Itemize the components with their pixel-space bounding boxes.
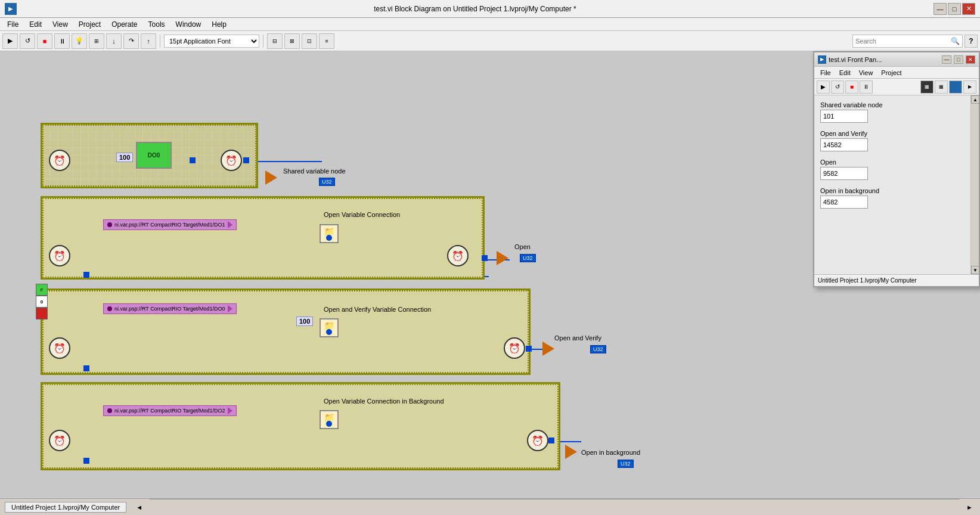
green-indicator[interactable]: F — [36, 284, 48, 296]
fp-run-button[interactable]: ▶ — [817, 80, 830, 94]
align-button[interactable]: ⊟ — [267, 33, 283, 49]
timer-2: ⏰ — [49, 245, 70, 266]
var-node-do2[interactable]: ni.var.psp://RT CompactRIO Target/Mod1/D… — [103, 405, 237, 416]
fp-shared-variable-value: 101 — [820, 110, 868, 123]
fp-shared-variable-row: Shared variable node 101 — [820, 101, 967, 123]
wire-node-2 — [243, 157, 249, 163]
resize-button[interactable]: ⊡ — [302, 33, 317, 49]
fp-pause-button[interactable]: ⏸ — [860, 80, 873, 94]
fp-menu-project[interactable]: Project — [877, 69, 905, 77]
menu-tools[interactable]: Tools — [144, 19, 170, 30]
wire-node-1 — [190, 157, 196, 163]
label-open-and-verify: Open and Verify Variable Connection — [324, 306, 431, 313]
fp-open-background-row: Open in background 4582 — [820, 187, 967, 209]
conn-icon-3[interactable]: 📁 — [320, 410, 339, 429]
conn-icon-1[interactable]: 📁 — [320, 224, 339, 243]
constant-100-1[interactable]: 100 — [116, 153, 133, 162]
fp-toolbar: ▶ ↺ ■ ⏸ ▦ ▦ ▶ — [814, 79, 979, 95]
fp-maximize-button[interactable]: □ — [954, 55, 963, 64]
project-path-tab[interactable]: Untitled Project 1.lvproj/My Computer — [5, 502, 126, 513]
var-node-do0-1[interactable]: ni.var.psp://RT CompactRIO Target/Mod1/D… — [103, 303, 237, 314]
wire-node-4 — [482, 255, 488, 261]
wire-node-7 — [83, 458, 89, 464]
u32-indicator-1: U32 — [319, 178, 335, 186]
fp-close-button[interactable]: ✕ — [966, 55, 975, 64]
fp-scrollbar[interactable]: ▲ ▼ — [970, 95, 979, 274]
fp-grid-btn-3[interactable] — [949, 80, 962, 94]
fp-icon-btn[interactable]: ▶ — [963, 80, 976, 94]
highlight-button[interactable]: 💡 — [72, 33, 87, 49]
fp-open-label: Open — [820, 159, 967, 166]
u32-indicator-3: U32 — [590, 345, 606, 353]
constant-100-2[interactable]: 100 — [296, 317, 313, 326]
fp-open-value: 9582 — [820, 167, 868, 180]
step-into-button[interactable]: ↓ — [106, 33, 122, 49]
scroll-right-arrow[interactable]: ► — [964, 504, 975, 511]
timer-1: ⏰ — [49, 150, 70, 171]
white-indicator[interactable]: 0 — [36, 296, 48, 308]
scroll-left-arrow[interactable]: ◄ — [134, 504, 145, 511]
loop-3 — [41, 288, 531, 375]
separator-2 — [263, 35, 263, 48]
label-open: Open — [514, 243, 531, 250]
u32-indicator-2: U32 — [520, 254, 536, 262]
fp-minimize-button[interactable]: — — [942, 55, 951, 64]
fp-scroll-up[interactable]: ▲ — [971, 95, 979, 104]
fp-abort-button[interactable]: ■ — [845, 80, 858, 94]
fp-menu-view[interactable]: View — [855, 69, 877, 77]
do-node-1[interactable]: DO0 — [136, 142, 172, 169]
maximize-button[interactable]: □ — [948, 3, 961, 15]
fp-title: test.vi Front Pan... — [829, 56, 939, 63]
close-button[interactable]: ✕ — [962, 3, 975, 15]
timer-4b: ⏰ — [527, 430, 548, 451]
timer-3: ⏰ — [49, 337, 70, 359]
search-icon[interactable]: 🔍 — [948, 37, 962, 45]
step-over-button[interactable]: ↷ — [123, 33, 139, 49]
fp-scroll-track — [971, 104, 979, 266]
fp-menu-file[interactable]: File — [817, 69, 835, 77]
minimize-button[interactable]: — — [934, 3, 947, 15]
main-area: ⏰ 100 DO0 ⏰ Shared variable node U32 ni.… — [0, 51, 980, 498]
run-continuously-button[interactable]: ↺ — [20, 33, 35, 49]
distribute-button[interactable]: ⊠ — [284, 33, 300, 49]
retain-wire-values[interactable]: ⊞ — [89, 33, 104, 49]
fp-grid-btn-2[interactable]: ▦ — [935, 80, 948, 94]
wire-node-6 — [526, 346, 532, 352]
toolbar: ▶ ↺ ■ ⏸ 💡 ⊞ ↓ ↷ ↑ 15pt Application Font … — [0, 31, 980, 51]
loop-2 — [41, 196, 485, 280]
output-arrow-1 — [265, 170, 277, 185]
output-arrow-3 — [542, 342, 554, 356]
fp-menu-edit[interactable]: Edit — [836, 69, 854, 77]
help-button[interactable]: ? — [965, 35, 978, 48]
timer-3b: ⏰ — [504, 337, 525, 359]
red-indicator[interactable] — [36, 308, 48, 319]
fp-scroll-down[interactable]: ▼ — [971, 266, 979, 274]
menu-bar: File Edit View Project Operate Tools Win… — [0, 18, 980, 31]
menu-help[interactable]: Help — [207, 19, 231, 30]
wire-node-8 — [548, 438, 554, 443]
timer-4: ⏰ — [49, 430, 70, 451]
var-node-do1[interactable]: ni.var.psp://RT CompactRIO Target/Mod1/D… — [103, 219, 237, 230]
font-selector[interactable]: 15pt Application Font — [164, 35, 259, 48]
conn-icon-2[interactable]: 📁 — [320, 318, 339, 337]
menu-view[interactable]: View — [48, 19, 73, 30]
menu-operate[interactable]: Operate — [107, 19, 142, 30]
menu-project[interactable]: Project — [74, 19, 106, 30]
reorder-button[interactable]: ≡ — [319, 33, 334, 49]
step-out-button[interactable]: ↑ — [141, 33, 156, 49]
run-button[interactable]: ▶ — [2, 33, 18, 49]
fp-footer: Untitled Project 1.lvproj/My Computer — [814, 274, 979, 286]
menu-file[interactable]: File — [2, 19, 23, 30]
pause-button[interactable]: ⏸ — [54, 33, 70, 49]
fp-grid-btn-1[interactable]: ▦ — [920, 80, 934, 94]
front-panel-window: ▶ test.vi Front Pan... — □ ✕ File Edit V… — [813, 51, 980, 287]
menu-window[interactable]: Window — [171, 19, 206, 30]
search-input[interactable] — [853, 38, 948, 45]
window-title: test.vi Block Diagram on Untitled Projec… — [17, 5, 934, 13]
abort-button[interactable]: ■ — [37, 33, 52, 49]
label-open-background: Open Variable Connection in Background — [324, 398, 444, 405]
menu-edit[interactable]: Edit — [24, 19, 46, 30]
label-open-in-background: Open in background — [581, 449, 640, 456]
fp-run-cont-button[interactable]: ↺ — [831, 80, 844, 94]
tab-spacer — [150, 499, 959, 515]
